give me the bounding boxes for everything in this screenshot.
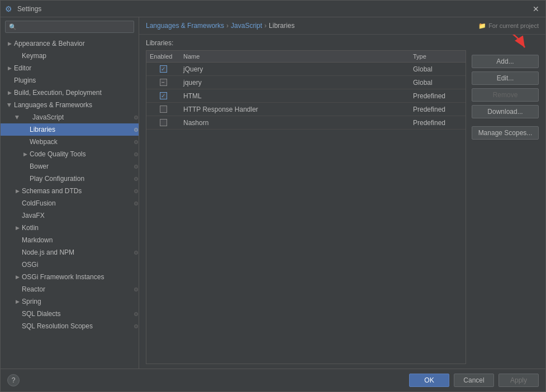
sidebar-item-javafx[interactable]: JavaFX bbox=[1, 209, 139, 222]
sidebar-item-label: Markdown bbox=[22, 236, 139, 244]
sidebar-item-sql-resolution[interactable]: SQL Resolution Scopes ⚙ bbox=[1, 320, 139, 332]
row-type: Predefined bbox=[410, 106, 466, 113]
sidebar-item-libraries[interactable]: Libraries ⚙ bbox=[1, 123, 139, 136]
settings-icon: ⚙ bbox=[134, 286, 139, 293]
settings-icon: ⚙ bbox=[134, 114, 139, 121]
sidebar-item-label: SQL Resolution Scopes bbox=[22, 322, 132, 330]
settings-icon: ⚙ bbox=[134, 127, 139, 133]
sidebar-item-label: JavaScript bbox=[32, 113, 132, 121]
sidebar-item-keymap[interactable]: Keymap bbox=[1, 50, 139, 62]
bottom-bar: ? OK Cancel Apply bbox=[1, 369, 545, 391]
sidebar-tree: ▶ Appearance & Behavior Keymap ▶ Editor … bbox=[1, 36, 139, 369]
sidebar-item-kotlin[interactable]: ▶ Kotlin bbox=[1, 222, 139, 234]
table-row[interactable]: − jquery Global bbox=[146, 76, 466, 89]
settings-icon: ⚙ bbox=[134, 200, 139, 207]
arrow-icon: ▶ bbox=[13, 188, 22, 194]
col-header-type: Type bbox=[410, 53, 466, 60]
ok-button[interactable]: OK bbox=[409, 374, 449, 387]
sidebar-item-label: Keymap bbox=[22, 52, 139, 60]
checkbox-nashorn[interactable] bbox=[160, 119, 167, 126]
search-box[interactable]: 🔍 bbox=[5, 21, 134, 33]
sidebar-item-lang-frameworks[interactable]: ▶ Languages & Frameworks bbox=[1, 99, 139, 111]
breadcrumb-sep2: › bbox=[264, 22, 267, 30]
row-type: Global bbox=[410, 79, 466, 87]
download-button[interactable]: Download... bbox=[472, 105, 539, 118]
row-enabled[interactable] bbox=[146, 106, 180, 113]
red-arrow-svg bbox=[483, 35, 533, 53]
table-row[interactable]: ✓ jQuery Global bbox=[146, 63, 466, 76]
row-type: Global bbox=[410, 65, 466, 73]
sidebar-item-label: OSGi bbox=[22, 261, 139, 269]
settings-icon: ⚙ bbox=[134, 311, 139, 317]
sidebar-item-play-config[interactable]: Play Configuration ⚙ bbox=[1, 173, 139, 185]
cancel-button[interactable]: Cancel bbox=[454, 374, 494, 387]
sidebar-item-label: Bower bbox=[30, 162, 132, 170]
breadcrumb-part1: Languages & Frameworks bbox=[146, 22, 224, 30]
settings-icon: ⚙ bbox=[134, 323, 139, 329]
for-project-label: 📁 For current project bbox=[478, 22, 539, 30]
sidebar-item-label: Plugins bbox=[14, 77, 139, 84]
sidebar-item-build[interactable]: ▶ Build, Execution, Deployment bbox=[1, 87, 139, 99]
row-enabled[interactable]: ✓ bbox=[146, 65, 180, 73]
checkbox-jquery-low[interactable]: − bbox=[160, 79, 167, 86]
sidebar-item-editor[interactable]: ▶ Editor bbox=[1, 62, 139, 74]
table-row[interactable]: HTTP Response Handler Predefined bbox=[146, 103, 466, 116]
libraries-table: Enabled Name Type ✓ jQuery Global bbox=[146, 50, 466, 364]
sidebar-item-appearance[interactable]: ▶ Appearance & Behavior bbox=[1, 37, 139, 50]
breadcrumb-part2: JavaScript bbox=[231, 22, 262, 30]
breadcrumb-current: Libraries bbox=[269, 22, 295, 30]
settings-icon: ⚙ bbox=[134, 176, 139, 182]
checkbox-html[interactable]: ✓ bbox=[160, 92, 167, 99]
edit-button[interactable]: Edit... bbox=[472, 71, 539, 85]
remove-button[interactable]: Remove bbox=[472, 88, 539, 102]
sidebar-item-osgi-framework[interactable]: ▶ OSGi Framework Instances bbox=[1, 271, 139, 283]
sidebar-item-label: Node.js and NPM bbox=[22, 248, 132, 256]
sidebar-item-label: Spring bbox=[22, 298, 139, 305]
sidebar-item-label: JavaFX bbox=[22, 212, 139, 219]
checkbox-http[interactable] bbox=[160, 106, 167, 113]
sidebar-item-spring[interactable]: ▶ Spring bbox=[1, 295, 139, 308]
libraries-section-label: Libraries: bbox=[146, 39, 466, 47]
row-type: Predefined bbox=[410, 92, 466, 100]
sidebar-item-osgi[interactable]: OSGi bbox=[1, 259, 139, 271]
close-button[interactable]: ✕ bbox=[531, 4, 541, 14]
sidebar-item-reactor[interactable]: Reactor ⚙ bbox=[1, 283, 139, 295]
table-row[interactable]: Nashorn Predefined bbox=[146, 116, 466, 130]
row-name: jquery bbox=[180, 79, 410, 87]
sidebar-item-label: Libraries bbox=[30, 126, 132, 133]
row-enabled[interactable]: ✓ bbox=[146, 92, 180, 99]
apply-button[interactable]: Apply bbox=[498, 374, 539, 387]
table-row[interactable]: ✓ HTML Predefined bbox=[146, 89, 466, 103]
help-button[interactable]: ? bbox=[7, 374, 20, 386]
sidebar-item-sql-dialects[interactable]: SQL Dialects ⚙ bbox=[1, 308, 139, 320]
sidebar-item-plugins[interactable]: Plugins bbox=[1, 74, 139, 87]
sidebar-item-schemas[interactable]: ▶ Schemas and DTDs ⚙ bbox=[1, 185, 139, 197]
sidebar-item-label: Languages & Frameworks bbox=[14, 101, 139, 109]
sidebar-item-label: SQL Dialects bbox=[22, 310, 132, 318]
row-enabled[interactable] bbox=[146, 119, 180, 126]
right-panel: Languages & Frameworks › JavaScript › Li… bbox=[139, 17, 545, 369]
sidebar-item-code-quality[interactable]: ▶ Code Quality Tools ⚙ bbox=[1, 148, 139, 160]
search-input[interactable] bbox=[19, 23, 130, 31]
arrow-icon: ▶ bbox=[5, 41, 14, 46]
row-name: Nashorn bbox=[180, 119, 410, 127]
table-header: Enabled Name Type bbox=[146, 51, 466, 63]
settings-icon: ⚙ bbox=[134, 250, 139, 256]
breadcrumb-sep1: › bbox=[226, 22, 229, 30]
sidebar-item-coldfusion[interactable]: ColdFusion ⚙ bbox=[1, 197, 139, 209]
row-enabled[interactable]: − bbox=[146, 79, 180, 86]
sidebar-item-javascript[interactable]: ▶ JavaScript ⚙ bbox=[1, 111, 139, 123]
manage-scopes-button[interactable]: Manage Scopes... bbox=[472, 126, 539, 140]
sidebar: 🔍 ▶ Appearance & Behavior Keymap ▶ Edito… bbox=[1, 17, 139, 369]
sidebar-item-label: Appearance & Behavior bbox=[14, 40, 139, 47]
checkbox-jquery-cap[interactable]: ✓ bbox=[160, 65, 167, 73]
sidebar-item-nodejs[interactable]: Node.js and NPM ⚙ bbox=[1, 246, 139, 259]
arrow-icon: ▶ bbox=[5, 65, 14, 71]
sidebar-item-markdown[interactable]: Markdown bbox=[1, 234, 139, 246]
main-content: 🔍 ▶ Appearance & Behavior Keymap ▶ Edito… bbox=[1, 17, 545, 369]
add-button[interactable]: Add... bbox=[472, 55, 539, 68]
sidebar-item-bower[interactable]: Bower ⚙ bbox=[1, 160, 139, 173]
sidebar-item-label: Code Quality Tools bbox=[30, 150, 132, 158]
sidebar-item-webpack[interactable]: Webpack ⚙ bbox=[1, 136, 139, 148]
settings-icon: ⚙ bbox=[134, 164, 139, 170]
